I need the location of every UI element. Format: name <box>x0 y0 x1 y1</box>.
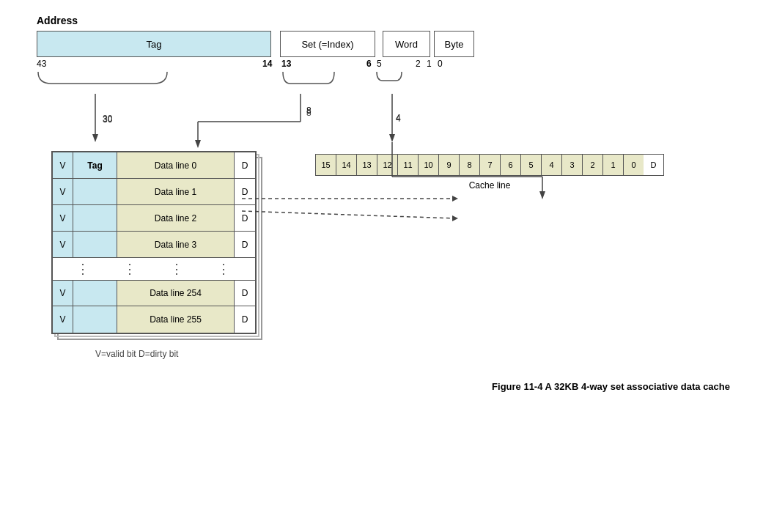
cell-v-2: V <box>53 205 73 231</box>
cache-line-area: 15 14 13 12 11 10 9 8 7 6 5 4 3 2 1 0 D <box>315 154 664 191</box>
cl-14: 14 <box>336 154 356 176</box>
bit-num-1: 1 <box>427 59 432 69</box>
cache-row-0: V Tag Data line 0 D <box>53 152 255 179</box>
cache-table: V Tag Data line 0 D V Data line 1 D V <box>51 151 257 334</box>
cell-data-2: Data line 2 <box>117 205 235 231</box>
cl-5: 5 <box>520 154 541 176</box>
tag-field-box: Tag <box>37 31 271 57</box>
bit-num-6: 6 <box>366 59 372 69</box>
cache-line-boxes: 15 14 13 12 11 10 9 8 7 6 5 4 3 2 1 0 D <box>315 154 664 176</box>
cl-8: 8 <box>459 154 479 176</box>
cl-3: 3 <box>561 154 582 176</box>
cell-data-3: Data line 3 <box>117 232 235 257</box>
cell-d-255: D <box>235 306 255 333</box>
cell-tag-0: Tag <box>73 152 117 178</box>
cl-7: 7 <box>479 154 500 176</box>
cell-v-255: V <box>53 306 73 333</box>
cell-d-1: D <box>235 179 255 204</box>
bit-num-5: 5 <box>377 59 382 69</box>
bit-num-14: 14 <box>262 59 272 69</box>
cl-15: 15 <box>315 154 336 176</box>
cell-tag-1 <box>73 179 117 204</box>
cache-structure: V Tag Data line 0 D V Data line 1 D V <box>51 151 257 334</box>
cell-v-0: V <box>53 152 73 178</box>
figure-caption: Figure 11-4 A 32KB 4-way set associative… <box>29 381 745 392</box>
cache-row-2: V Data line 2 D <box>53 205 255 232</box>
cell-tag-255 <box>73 306 117 333</box>
cl-10: 10 <box>418 154 438 176</box>
cl-4: 4 <box>541 154 561 176</box>
word-field-box: Word <box>383 31 430 57</box>
bracket-svg <box>37 70 476 92</box>
cache-row-255: V Data line 255 D <box>53 306 255 333</box>
cell-data-255: Data line 255 <box>117 306 235 333</box>
word-bits-label: 4 <box>396 113 401 123</box>
bit-num-2: 2 <box>416 59 421 69</box>
cl-0: 0 <box>623 154 644 176</box>
cell-data-254: Data line 254 <box>117 281 235 306</box>
bit-num-0: 0 <box>438 59 443 69</box>
cell-v-254: V <box>53 281 73 306</box>
cache-row-1: V Data line 1 D <box>53 179 255 205</box>
cell-v-1: V <box>53 179 73 204</box>
cl-6: 6 <box>500 154 520 176</box>
set-field-box: Set (=Index) <box>280 31 375 57</box>
cell-tag-254 <box>73 281 117 306</box>
cell-d-3: D <box>235 232 255 257</box>
cache-row-3: V Data line 3 D <box>53 232 255 258</box>
cl-9: 9 <box>438 154 459 176</box>
cell-d-0: D <box>235 152 255 178</box>
bit-num-13: 13 <box>281 59 291 69</box>
cl-1: 1 <box>602 154 623 176</box>
cache-row-254: V Data line 254 D <box>53 280 255 306</box>
cl-d: D <box>644 154 664 176</box>
byte-field-box: Byte <box>434 31 474 57</box>
dots-row: ⋮⋮⋮⋮ <box>53 258 255 280</box>
cl-11: 11 <box>397 154 418 176</box>
cell-v-3: V <box>53 232 73 257</box>
legend: V=valid bit D=dirty bit <box>95 349 745 359</box>
cell-tag-3 <box>73 232 117 257</box>
bit-num-43: 43 <box>37 59 46 69</box>
cl-13: 13 <box>356 154 377 176</box>
cell-data-0: Data line 0 <box>117 152 235 178</box>
address-label: Address <box>37 15 745 26</box>
cell-d-2: D <box>235 205 255 231</box>
set-bits-label: 8 <box>306 106 312 116</box>
cl-2: 2 <box>582 154 602 176</box>
cell-data-1: Data line 1 <box>117 179 235 204</box>
tag-bits-label: 30 <box>103 114 112 125</box>
cache-line-label: Cache line <box>315 180 664 191</box>
cell-tag-2 <box>73 205 117 231</box>
cell-d-254: D <box>235 281 255 306</box>
cl-12: 12 <box>377 154 397 176</box>
